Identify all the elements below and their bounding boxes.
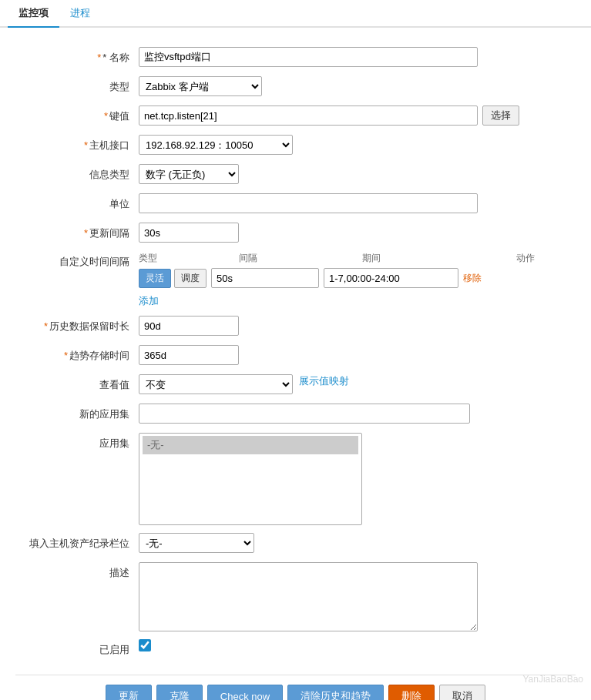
key-row: *键值 选择: [15, 106, 576, 127]
clone-button[interactable]: 克隆: [156, 685, 203, 700]
unit-label: 单位: [15, 193, 139, 211]
app-list[interactable]: -无-: [139, 433, 362, 525]
ci-row-1: 灵活 调度 移除: [139, 268, 576, 288]
add-interval-row: 添加: [139, 291, 576, 308]
asset-select[interactable]: -无-: [139, 533, 254, 553]
app-row: 应用集 -无-: [15, 433, 576, 525]
history-row: *历史数据保留时长: [15, 316, 576, 337]
history-label: *历史数据保留时长: [15, 316, 139, 333]
form-container: ** 名称 类型 Zabbix 客户端 *键值 选择 *主机接口 192.: [0, 43, 591, 700]
clear-history-button[interactable]: 清除历史和趋势: [287, 685, 384, 700]
desc-row: 描述: [15, 562, 576, 631]
info-type-select[interactable]: 数字 (无正负): [139, 164, 239, 184]
info-type-row: 信息类型 数字 (无正负): [15, 164, 576, 186]
new-app-input[interactable]: [139, 404, 470, 424]
type-row: 类型 Zabbix 客户端: [15, 76, 576, 98]
desc-label: 描述: [15, 562, 139, 580]
host-select[interactable]: 192.168.92.129：10050: [139, 135, 293, 155]
host-label: *主机接口: [15, 135, 139, 152]
unit-row: 单位: [15, 193, 576, 215]
enabled-label: 已启用: [15, 639, 139, 657]
info-type-label: 信息类型: [15, 164, 139, 182]
add-interval-link[interactable]: 添加: [139, 294, 159, 308]
unit-input[interactable]: [139, 193, 478, 213]
key-select-button[interactable]: 选择: [482, 106, 519, 126]
trend-label: *趋势存储时间: [15, 345, 139, 363]
key-input[interactable]: [139, 106, 478, 126]
tab-monitor[interactable]: 监控项: [8, 0, 59, 28]
ci-interval-input[interactable]: [211, 268, 319, 288]
asset-row: 填入主机资产纪录栏位 -无-: [15, 533, 576, 554]
trend-input[interactable]: [139, 345, 239, 365]
desc-textarea[interactable]: [139, 562, 478, 631]
asset-label: 填入主机资产纪录栏位: [15, 533, 139, 551]
update-row: *更新间隔: [15, 223, 576, 244]
update-button[interactable]: 更新: [106, 685, 152, 700]
type-label: 类型: [15, 76, 139, 94]
custom-interval-label: 自定义时间间隔: [15, 252, 139, 269]
app-label: 应用集: [15, 433, 139, 450]
name-row: ** 名称: [15, 47, 576, 69]
name-label: ** 名称: [15, 47, 139, 65]
update-label: *更新间隔: [15, 223, 139, 240]
remove-button[interactable]: 移除: [463, 272, 482, 285]
name-input[interactable]: [139, 47, 478, 67]
cancel-button[interactable]: 取消: [439, 685, 485, 700]
schedule-button[interactable]: 调度: [174, 269, 207, 288]
check-now-button[interactable]: Check now: [207, 685, 283, 700]
show-mapping-button[interactable]: 展示值映射: [299, 374, 349, 388]
trend-row: *趋势存储时间: [15, 345, 576, 367]
ci-headers: 类型 间隔 期间 动作: [139, 252, 576, 265]
enabled-row: 已启用: [15, 639, 576, 661]
tab-progress[interactable]: 进程: [59, 0, 101, 28]
flexible-button[interactable]: 灵活: [139, 269, 171, 288]
type-select[interactable]: Zabbix 客户端: [139, 76, 262, 96]
custom-interval-section: 类型 间隔 期间 动作 灵活 调度 移除 添加: [139, 252, 576, 308]
value-row: 查看值 不变 展示值映射: [15, 374, 576, 396]
tabs-bar: 监控项 进程: [0, 0, 591, 28]
delete-button[interactable]: 删除: [388, 685, 435, 700]
enabled-checkbox[interactable]: [139, 639, 151, 651]
custom-interval-row: 自定义时间间隔 类型 间隔 期间 动作 灵活 调度 移除 添加: [15, 252, 576, 308]
host-row: *主机接口 192.168.92.129：10050: [15, 135, 576, 156]
value-label: 查看值: [15, 374, 139, 392]
history-input[interactable]: [139, 316, 239, 336]
ci-period-input[interactable]: [324, 268, 458, 288]
new-app-label: 新的应用集: [15, 404, 139, 421]
action-buttons: 更新 克隆 Check now 清除历史和趋势 删除 取消: [15, 675, 576, 700]
value-select[interactable]: 不变: [139, 374, 293, 394]
update-input[interactable]: [139, 223, 239, 243]
key-label: *键值: [15, 106, 139, 123]
new-app-row: 新的应用集: [15, 404, 576, 425]
